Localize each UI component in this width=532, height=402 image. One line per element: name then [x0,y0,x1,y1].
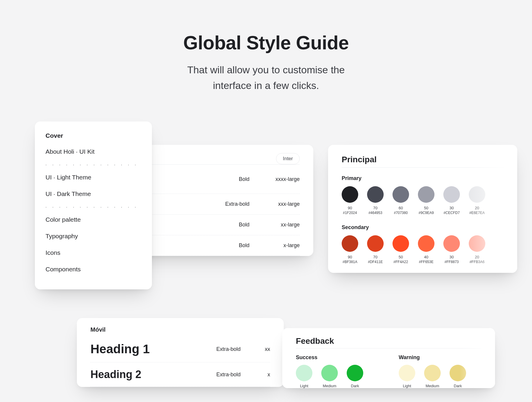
swatch-circle [321,365,338,381]
type-size: x [241,372,270,378]
swatch-circle [418,235,434,252]
color-swatch[interactable]: 50 #9C9EA9 [418,186,434,215]
swatch-hex: #9C9EA9 [418,211,434,215]
sidebar-divider: . . . . . . . . . . . . . . . . . . . . … [46,202,141,211]
swatch-hex: #E6E7EA [469,211,485,215]
sidebar-item-color-palette[interactable]: Color palette [46,211,141,228]
swatch-circle [392,186,409,203]
color-swatch[interactable]: Dark [347,365,363,388]
swatch-circle [424,365,441,381]
type-row: Heading 1 Extra-bold xx [90,336,270,362]
feedback-group: Success Light Medium Dark [296,354,363,388]
color-swatch[interactable]: 40 #FF653E [418,235,434,264]
swatch-number: 60 [392,206,409,210]
feedback-title: Feedback [296,336,481,346]
type-sample: Heading 1 [90,342,193,356]
swatch-hex: #464953 [367,211,384,215]
swatch-circle [342,235,358,252]
swatch-circle [469,186,485,203]
swatch-number: 70 [367,255,384,259]
swatch-circle [296,365,312,381]
sidebar-item-components[interactable]: Components [46,261,141,278]
palette-card: Principal Primary 90 #1F2024 70 #464953 … [328,145,517,273]
type-size: xx-large [249,222,300,228]
color-swatch[interactable]: 20 #E6E7EA [469,186,485,215]
swatch-hex: #707380 [392,211,409,215]
swatch-number: 40 [418,255,434,259]
divider [296,348,481,348]
type-row: Heading 2 Extra-bold x [90,362,270,387]
swatch-number: 20 [469,255,485,259]
color-swatch[interactable]: Light [296,365,312,388]
sidebar-item-dark-theme[interactable]: UI · Dark Theme [46,186,141,202]
feedback-group-name: Warning [399,354,466,361]
swatch-hex: #FF8873 [443,260,460,264]
swatch-hex: #1F2024 [342,211,358,215]
subtitle-line-1: That will allow you to customise the [187,64,345,75]
palette-title: Principal [342,155,504,164]
swatch-circle [418,186,434,203]
feedback-group: Warning Light Medium Dark [399,354,466,388]
swatch-row: 90 #1F2024 70 #464953 60 #707380 50 #9C9… [342,186,504,215]
swatch-label: Dark [347,384,363,388]
swatch-number: 20 [469,206,485,210]
sidebar-item-light-theme[interactable]: UI · Light Theme [46,169,141,186]
swatch-row: 90 #BF381A 70 #DF411E 50 #FF4A22 40 #FF6… [342,235,504,264]
swatch-hex: #FF4A22 [392,260,409,264]
sidebar-item-about[interactable]: About Holi · UI Kit [46,143,141,160]
swatch-circle [443,186,460,203]
sidebar-item-typography[interactable]: Typography [46,228,141,244]
swatch-label: Light [399,384,415,388]
color-swatch[interactable]: 90 #1F2024 [342,186,358,215]
font-pill[interactable]: Inter [276,153,300,164]
swatch-circle [450,365,466,381]
subtitle-line-2: interface in a few clicks. [213,80,319,91]
type-sample: Heading 2 [90,368,193,381]
swatch-number: 50 [392,255,409,259]
swatch-hex: #BF381A [342,260,358,264]
color-swatch[interactable]: Medium [424,365,441,388]
color-swatch[interactable]: Dark [450,365,466,388]
sidebar-toc: Cover About Holi · UI Kit . . . . . . . … [35,121,152,289]
swatch-circle [367,186,384,203]
swatch-number: 90 [342,206,358,210]
typography-mobile-card: Móvil Heading 1 Extra-bold xx Heading 2 … [77,318,284,387]
palette-group-name: Secondary [342,224,504,231]
swatch-circle [347,365,363,381]
color-swatch[interactable]: 90 #BF381A [342,235,358,264]
swatch-hex: #FFB3A6 [469,260,485,264]
sidebar-item-icons[interactable]: Icons [46,244,141,261]
feedback-group-name: Success [296,354,363,361]
color-swatch[interactable]: 70 #464953 [367,186,384,215]
type-weight: Bold [199,242,249,249]
swatch-hex: #DF411E [367,260,384,264]
color-swatch[interactable]: Medium [321,365,338,388]
color-swatch[interactable]: 30 #CECFD7 [443,186,460,215]
type-weight: Extra-bold [199,201,249,207]
swatch-number: 30 [443,206,460,210]
swatch-hex: #FF653E [418,260,434,264]
divider [342,167,504,168]
swatch-hex: #CECFD7 [443,211,460,215]
color-swatch[interactable]: 50 #FF4A22 [392,235,409,264]
color-swatch[interactable]: Light [399,365,415,388]
sidebar-divider: . . . . . . . . . . . . . . . . . . . . … [46,160,141,169]
color-swatch[interactable]: 30 #FF8873 [443,235,460,264]
type-weight: Extra-bold [193,346,241,352]
swatch-label: Light [296,384,312,388]
swatch-circle [443,235,460,252]
swatch-circle [399,365,415,381]
swatch-circle [367,235,384,252]
type-weight: Bold [199,176,249,182]
section-label: Móvil [90,326,270,333]
color-swatch[interactable]: 70 #DF411E [367,235,384,264]
swatch-label: Dark [450,384,466,388]
color-swatch[interactable]: 20 #FFB3A6 [469,235,485,264]
color-swatch[interactable]: 60 #707380 [392,186,409,215]
swatch-circle [342,186,358,203]
sidebar-item-cover[interactable]: Cover [46,131,141,143]
type-size: xxx-large [249,201,300,207]
swatch-number: 90 [342,255,358,259]
swatch-number: 70 [367,206,384,210]
swatch-label: Medium [424,384,441,388]
